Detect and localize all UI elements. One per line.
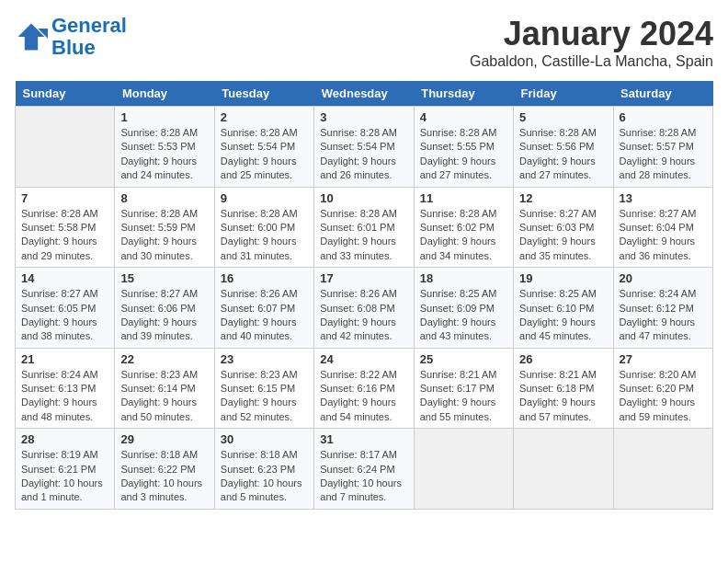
day-number: 6	[620, 110, 707, 124]
calendar-cell: 22Sunrise: 8:23 AM Sunset: 6:14 PM Dayli…	[115, 348, 214, 429]
page-header: General Blue January 2024 Gabaldon, Cast…	[15, 15, 713, 70]
day-number: 27	[620, 352, 707, 366]
calendar-cell: 5Sunrise: 8:28 AM Sunset: 5:56 PM Daylig…	[514, 107, 613, 188]
day-number: 30	[221, 432, 308, 446]
subtitle: Gabaldon, Castille-La Mancha, Spain	[470, 53, 713, 70]
day-number: 17	[320, 271, 407, 285]
calendar-cell: 12Sunrise: 8:27 AM Sunset: 6:03 PM Dayli…	[514, 187, 613, 268]
cell-content: Sunrise: 8:25 AM Sunset: 6:09 PM Dayligh…	[420, 287, 507, 344]
calendar-cell: 1Sunrise: 8:28 AM Sunset: 5:53 PM Daylig…	[115, 107, 214, 188]
logo: General Blue	[15, 15, 127, 59]
calendar-cell: 3Sunrise: 8:28 AM Sunset: 5:54 PM Daylig…	[314, 107, 414, 188]
header-row: SundayMondayTuesdayWednesdayThursdayFrid…	[16, 81, 713, 107]
cell-content: Sunrise: 8:19 AM Sunset: 6:21 PM Dayligh…	[21, 448, 108, 505]
day-number: 5	[519, 110, 607, 124]
cell-content: Sunrise: 8:24 AM Sunset: 6:13 PM Dayligh…	[21, 368, 108, 425]
cell-content: Sunrise: 8:28 AM Sunset: 5:54 PM Dayligh…	[320, 126, 407, 183]
calendar-cell: 31Sunrise: 8:17 AM Sunset: 6:24 PM Dayli…	[314, 429, 414, 510]
header-day-monday: Monday	[115, 81, 214, 107]
cell-content: Sunrise: 8:22 AM Sunset: 6:16 PM Dayligh…	[320, 368, 407, 425]
calendar-cell: 10Sunrise: 8:28 AM Sunset: 6:01 PM Dayli…	[314, 187, 414, 268]
header-day-thursday: Thursday	[414, 81, 513, 107]
day-number: 28	[21, 432, 108, 446]
day-number: 19	[519, 271, 607, 285]
day-number: 21	[21, 352, 108, 366]
cell-content: Sunrise: 8:28 AM Sunset: 6:02 PM Dayligh…	[420, 207, 507, 264]
day-number: 22	[120, 352, 208, 366]
calendar-cell: 18Sunrise: 8:25 AM Sunset: 6:09 PM Dayli…	[414, 268, 513, 349]
day-number: 15	[120, 271, 208, 285]
cell-content: Sunrise: 8:27 AM Sunset: 6:04 PM Dayligh…	[620, 207, 707, 264]
cell-content: Sunrise: 8:28 AM Sunset: 5:54 PM Dayligh…	[221, 126, 308, 183]
calendar-cell: 23Sunrise: 8:23 AM Sunset: 6:15 PM Dayli…	[214, 348, 313, 429]
calendar-cell: 9Sunrise: 8:28 AM Sunset: 6:00 PM Daylig…	[214, 187, 313, 268]
calendar-cell	[16, 107, 115, 188]
logo-line1: General	[51, 14, 127, 37]
cell-content: Sunrise: 8:28 AM Sunset: 6:01 PM Dayligh…	[320, 207, 407, 264]
header-day-friday: Friday	[514, 81, 613, 107]
cell-content: Sunrise: 8:28 AM Sunset: 6:00 PM Dayligh…	[221, 207, 308, 264]
calendar-cell: 11Sunrise: 8:28 AM Sunset: 6:02 PM Dayli…	[414, 187, 513, 268]
day-number: 14	[21, 271, 108, 285]
cell-content: Sunrise: 8:28 AM Sunset: 5:59 PM Dayligh…	[120, 207, 208, 264]
day-number: 3	[320, 110, 407, 124]
header-day-sunday: Sunday	[16, 81, 115, 107]
calendar-table: SundayMondayTuesdayWednesdayThursdayFrid…	[15, 81, 713, 510]
day-number: 13	[620, 191, 707, 205]
day-number: 4	[420, 110, 507, 124]
calendar-cell: 20Sunrise: 8:24 AM Sunset: 6:12 PM Dayli…	[613, 268, 712, 349]
calendar-cell: 26Sunrise: 8:21 AM Sunset: 6:18 PM Dayli…	[514, 348, 613, 429]
calendar-cell: 15Sunrise: 8:27 AM Sunset: 6:06 PM Dayli…	[115, 268, 214, 349]
cell-content: Sunrise: 8:17 AM Sunset: 6:24 PM Dayligh…	[320, 448, 407, 505]
cell-content: Sunrise: 8:23 AM Sunset: 6:15 PM Dayligh…	[221, 368, 308, 425]
cell-content: Sunrise: 8:27 AM Sunset: 6:06 PM Dayligh…	[120, 287, 208, 344]
calendar-body: 1Sunrise: 8:28 AM Sunset: 5:53 PM Daylig…	[16, 107, 713, 510]
cell-content: Sunrise: 8:28 AM Sunset: 5:56 PM Dayligh…	[519, 126, 607, 183]
cell-content: Sunrise: 8:21 AM Sunset: 6:17 PM Dayligh…	[420, 368, 507, 425]
cell-content: Sunrise: 8:28 AM Sunset: 5:58 PM Dayligh…	[21, 207, 108, 264]
day-number: 25	[420, 352, 507, 366]
main-title: January 2024	[470, 15, 713, 53]
calendar-cell: 7Sunrise: 8:28 AM Sunset: 5:58 PM Daylig…	[16, 187, 115, 268]
calendar-week-4: 21Sunrise: 8:24 AM Sunset: 6:13 PM Dayli…	[16, 348, 713, 429]
calendar-cell: 27Sunrise: 8:20 AM Sunset: 6:20 PM Dayli…	[613, 348, 712, 429]
day-number: 29	[120, 432, 208, 446]
calendar-cell: 19Sunrise: 8:25 AM Sunset: 6:10 PM Dayli…	[514, 268, 613, 349]
day-number: 12	[519, 191, 607, 205]
day-number: 7	[21, 191, 108, 205]
logo-icon	[15, 20, 48, 53]
calendar-cell: 14Sunrise: 8:27 AM Sunset: 6:05 PM Dayli…	[16, 268, 115, 349]
header-day-tuesday: Tuesday	[214, 81, 313, 107]
cell-content: Sunrise: 8:28 AM Sunset: 5:55 PM Dayligh…	[420, 126, 507, 183]
calendar-cell: 4Sunrise: 8:28 AM Sunset: 5:55 PM Daylig…	[414, 107, 513, 188]
cell-content: Sunrise: 8:21 AM Sunset: 6:18 PM Dayligh…	[519, 368, 607, 425]
day-number: 23	[221, 352, 308, 366]
calendar-cell: 25Sunrise: 8:21 AM Sunset: 6:17 PM Dayli…	[414, 348, 513, 429]
day-number: 10	[320, 191, 407, 205]
logo-text: General Blue	[51, 15, 127, 59]
calendar-cell: 30Sunrise: 8:18 AM Sunset: 6:23 PM Dayli…	[214, 429, 313, 510]
calendar-cell: 13Sunrise: 8:27 AM Sunset: 6:04 PM Dayli…	[613, 187, 712, 268]
cell-content: Sunrise: 8:26 AM Sunset: 6:07 PM Dayligh…	[221, 287, 308, 344]
cell-content: Sunrise: 8:18 AM Sunset: 6:23 PM Dayligh…	[221, 448, 308, 505]
day-number: 20	[620, 271, 707, 285]
calendar-cell: 16Sunrise: 8:26 AM Sunset: 6:07 PM Dayli…	[214, 268, 313, 349]
cell-content: Sunrise: 8:27 AM Sunset: 6:05 PM Dayligh…	[21, 287, 108, 344]
calendar-week-2: 7Sunrise: 8:28 AM Sunset: 5:58 PM Daylig…	[16, 187, 713, 268]
calendar-cell	[514, 429, 613, 510]
cell-content: Sunrise: 8:23 AM Sunset: 6:14 PM Dayligh…	[120, 368, 208, 425]
calendar-cell: 24Sunrise: 8:22 AM Sunset: 6:16 PM Dayli…	[314, 348, 414, 429]
cell-content: Sunrise: 8:28 AM Sunset: 5:53 PM Dayligh…	[120, 126, 208, 183]
day-number: 2	[221, 110, 308, 124]
day-number: 26	[519, 352, 607, 366]
day-number: 24	[320, 352, 407, 366]
calendar-cell: 17Sunrise: 8:26 AM Sunset: 6:08 PM Dayli…	[314, 268, 414, 349]
calendar-header: SundayMondayTuesdayWednesdayThursdayFrid…	[16, 81, 713, 107]
calendar-week-1: 1Sunrise: 8:28 AM Sunset: 5:53 PM Daylig…	[16, 107, 713, 188]
cell-content: Sunrise: 8:27 AM Sunset: 6:03 PM Dayligh…	[519, 207, 607, 264]
day-number: 9	[221, 191, 308, 205]
cell-content: Sunrise: 8:20 AM Sunset: 6:20 PM Dayligh…	[620, 368, 707, 425]
calendar-week-3: 14Sunrise: 8:27 AM Sunset: 6:05 PM Dayli…	[16, 268, 713, 349]
cell-content: Sunrise: 8:28 AM Sunset: 5:57 PM Dayligh…	[620, 126, 707, 183]
calendar-cell: 2Sunrise: 8:28 AM Sunset: 5:54 PM Daylig…	[214, 107, 313, 188]
